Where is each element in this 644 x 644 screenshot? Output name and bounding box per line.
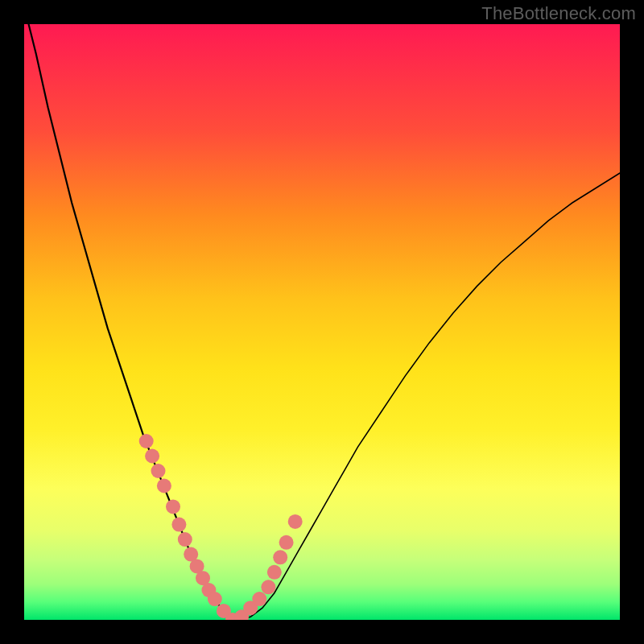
data-dot [171,518,186,532]
chart-wrapper: TheBottleneck.com [0,0,644,644]
data-dot [178,532,192,547]
mask-left [0,0,24,644]
data-dot [139,434,154,448]
mask-right [620,0,644,644]
data-dot [261,580,275,594]
data-dot [267,565,282,580]
data-dot [166,499,180,514]
data-dot [273,550,287,564]
chart-overlay [24,24,620,620]
mask-bottom [0,620,644,644]
bottleneck-curve [24,6,620,620]
data-dot [288,514,303,529]
data-dot [252,592,266,606]
data-dot [145,449,159,464]
data-dots [139,434,303,627]
data-dot [208,592,222,606]
watermark-text: TheBottleneck.com [481,3,636,24]
data-dot [151,464,166,478]
data-dot [279,535,294,550]
data-dot [157,479,171,493]
